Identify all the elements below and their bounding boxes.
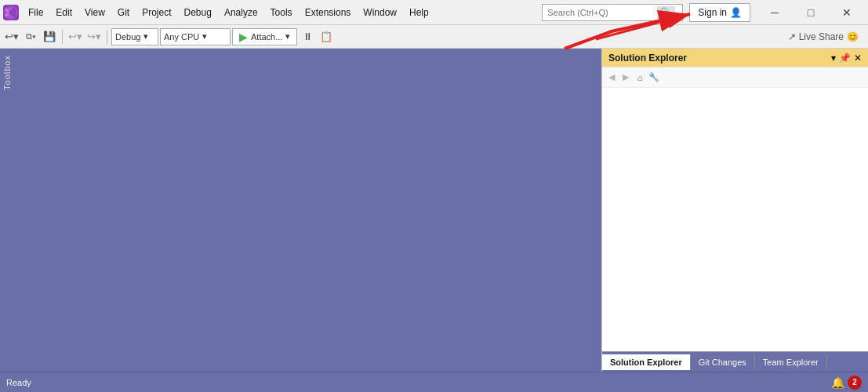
status-bar: Ready 🔔 2 bbox=[0, 372, 868, 392]
play-icon: ▶ bbox=[239, 31, 248, 43]
sol-settings-btn[interactable]: 🔧 bbox=[648, 71, 660, 84]
solution-panel-header: Solution Explorer ▾ 📌 ✕ bbox=[602, 49, 868, 67]
panel-close-button[interactable]: ✕ bbox=[854, 53, 862, 64]
toolbox-sidebar[interactable]: Toolbox bbox=[0, 49, 14, 372]
git-changes-tab[interactable]: Git Changes bbox=[691, 354, 755, 370]
menu-debug[interactable]: Debug bbox=[178, 4, 218, 21]
menu-analyze[interactable]: Analyze bbox=[218, 4, 264, 21]
toolbar: ↩▾ ⧉▾ 💾 ↩▾ ↪▾ Debug ▾ Any CPU ▾ ▶ Attach… bbox=[0, 25, 868, 49]
panel-dropdown-icon[interactable]: ▾ bbox=[831, 53, 836, 64]
search-input[interactable] bbox=[547, 8, 657, 17]
copy-btn[interactable]: ⧉▾ bbox=[22, 28, 39, 45]
sol-forward-btn[interactable]: ▶ bbox=[619, 71, 632, 84]
sep2 bbox=[107, 30, 107, 44]
redo-btn[interactable]: ↪▾ bbox=[85, 28, 103, 45]
live-share-button[interactable]: ↗ Live Share 😊 bbox=[782, 30, 865, 44]
notification-badge[interactable]: 2 bbox=[848, 376, 862, 390]
undo-split-btn[interactable]: ↩▾ bbox=[3, 28, 20, 45]
solution-panel-tabs: Solution Explorer Git Changes Team Explo… bbox=[602, 351, 868, 372]
window-controls: ─ □ ✕ bbox=[757, 0, 865, 25]
cpu-label: Any CPU bbox=[164, 32, 199, 42]
attach-arrow: ▾ bbox=[285, 31, 290, 42]
minimize-button[interactable]: ─ bbox=[757, 0, 793, 25]
toolbox-label: Toolbox bbox=[2, 55, 12, 90]
menu-view[interactable]: View bbox=[78, 4, 111, 21]
sol-back-btn[interactable]: ◀ bbox=[605, 71, 618, 84]
panel-pin-button[interactable]: 📌 bbox=[839, 53, 851, 64]
team-explorer-tab[interactable]: Team Explorer bbox=[755, 354, 827, 370]
menu-window[interactable]: Window bbox=[357, 4, 403, 21]
search-box[interactable]: 🔍 bbox=[542, 4, 683, 21]
sol-home-btn[interactable]: ⌂ bbox=[634, 71, 646, 84]
menu-file[interactable]: File bbox=[22, 4, 49, 21]
cpu-dropdown[interactable]: Any CPU ▾ bbox=[160, 28, 231, 45]
solution-content[interactable] bbox=[602, 88, 868, 351]
menu-git[interactable]: Git bbox=[111, 4, 136, 21]
main-area: Toolbox Solution Explorer ▾ 📌 ✕ ◀ ▶ ⌂ 🔧 … bbox=[0, 49, 868, 372]
save-btn[interactable]: 💾 bbox=[41, 28, 58, 45]
start-button[interactable]: ▶ Attach... ▾ bbox=[232, 28, 297, 45]
panel-controls: ▾ 📌 ✕ bbox=[831, 53, 862, 64]
user-icon: 👤 bbox=[730, 7, 742, 18]
search-button[interactable]: 🔍 bbox=[657, 6, 675, 19]
menu-edit[interactable]: Edit bbox=[49, 4, 78, 21]
solution-explorer-panel: Solution Explorer ▾ 📌 ✕ ◀ ▶ ⌂ 🔧 Solution… bbox=[601, 49, 868, 372]
sign-in-label: Sign in bbox=[698, 7, 727, 18]
sign-in-button[interactable]: Sign in 👤 bbox=[689, 3, 750, 22]
live-share-icon: ↗ bbox=[788, 31, 796, 42]
attach-label: Attach... bbox=[251, 32, 282, 42]
extra-btn[interactable]: 📋 bbox=[318, 28, 335, 45]
pause-btn[interactable]: ⏸ bbox=[299, 28, 316, 45]
notification-bell-icon[interactable]: 🔔 bbox=[831, 376, 844, 389]
feedback-icon: 😊 bbox=[847, 31, 859, 42]
menu-tools[interactable]: Tools bbox=[264, 4, 299, 21]
debug-config-dropdown[interactable]: Debug ▾ bbox=[111, 28, 158, 45]
solution-panel-title: Solution Explorer bbox=[608, 53, 687, 64]
sep1 bbox=[62, 30, 63, 44]
vs-logo bbox=[3, 5, 19, 20]
editor-area[interactable] bbox=[14, 49, 601, 372]
title-bar: File Edit View Git Project Debug Analyze… bbox=[0, 0, 868, 25]
debug-config-label: Debug bbox=[115, 32, 140, 42]
close-button[interactable]: ✕ bbox=[829, 0, 865, 25]
status-text: Ready bbox=[6, 378, 31, 387]
menu-bar: File Edit View Git Project Debug Analyze… bbox=[22, 4, 536, 21]
menu-help[interactable]: Help bbox=[403, 4, 435, 21]
solution-panel-toolbar: ◀ ▶ ⌂ 🔧 bbox=[602, 67, 868, 88]
menu-project[interactable]: Project bbox=[136, 4, 177, 21]
solution-explorer-tab[interactable]: Solution Explorer bbox=[602, 354, 691, 370]
debug-config-arrow: ▾ bbox=[143, 31, 148, 42]
cpu-arrow: ▾ bbox=[202, 31, 207, 42]
status-right: 🔔 2 bbox=[831, 376, 862, 390]
restore-button[interactable]: □ bbox=[793, 0, 829, 25]
undo-btn[interactable]: ↩▾ bbox=[67, 28, 84, 45]
menu-extensions[interactable]: Extensions bbox=[299, 4, 358, 21]
live-share-label: Live Share bbox=[799, 31, 844, 42]
